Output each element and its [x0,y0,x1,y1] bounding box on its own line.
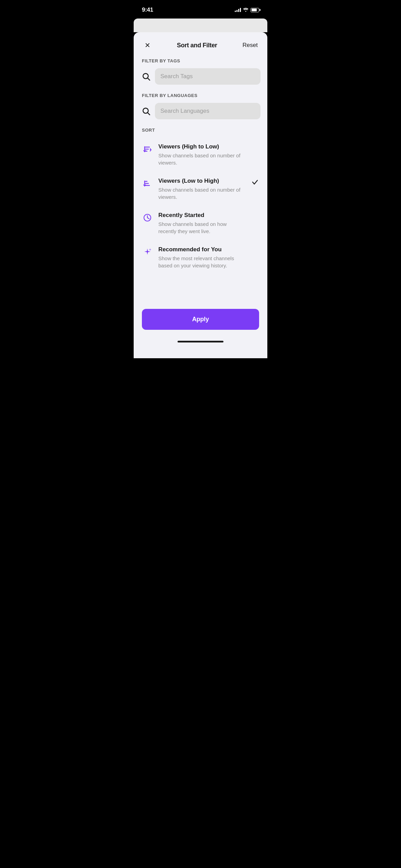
apply-button-container: Apply [134,302,267,338]
sort-asc-icon [142,178,153,189]
reset-button[interactable]: Reset [241,40,259,50]
sort-viewers-high-low-check [251,144,259,152]
signal-bars-icon [235,8,241,12]
home-indicator-bar [178,341,223,342]
modal-header: ✕ Sort and Filter Reset [134,32,267,57]
svg-point-0 [245,11,246,12]
sort-desc-icon [142,144,153,155]
languages-search-row [134,103,267,119]
sort-section-label: SORT [134,128,267,133]
svg-line-2 [148,78,150,80]
filter-by-languages-label: FILTER BY LANGUAGES [134,93,267,98]
sort-recently-started-check [251,212,259,220]
tags-search-icon [141,71,151,82]
status-icons [235,7,259,13]
sort-recommended-desc: Show the most relevant channels based on… [158,255,245,269]
sort-viewers-high-low-title: Viewers (High to Low) [158,143,245,150]
svg-line-16 [147,218,149,219]
tags-search-row [134,68,267,85]
battery-icon [251,8,259,12]
sort-viewers-low-high-check [251,178,259,186]
filter-by-languages-section: FILTER BY LANGUAGES [134,93,267,119]
languages-search-icon [141,106,151,117]
close-icon: ✕ [145,41,150,49]
filter-by-tags-label: FILTER BY TAGS [134,58,267,63]
modal-title: Sort and Filter [177,42,217,49]
sort-item-recently-started[interactable]: Recently Started Show channels based on … [134,206,267,240]
sort-viewers-low-high-desc: Show channels based on number of viewers… [158,186,245,201]
wifi-icon [243,7,248,13]
sort-recommended-title: Recommended for You [158,246,245,253]
sort-recommended-check [251,246,259,255]
tags-search-input[interactable] [155,68,260,85]
sort-viewers-low-high-title: Viewers (Low to High) [158,177,245,185]
close-button[interactable]: ✕ [142,40,153,51]
filter-by-tags-section: FILTER BY TAGS [134,58,267,85]
sort-section: SORT Viewers (High to Low) [134,128,267,275]
home-indicator [134,338,267,345]
sort-item-viewers-low-high[interactable]: Viewers (Low to High) Show channels base… [134,172,267,206]
sort-item-viewers-high-low[interactable]: Viewers (High to Low) Show channels base… [134,137,267,172]
sort-item-recommended[interactable]: Recommended for You Show the most releva… [134,240,267,275]
languages-search-input[interactable] [155,103,260,119]
status-bar: 9:41 [134,0,267,17]
sort-recently-started-title: Recently Started [158,212,245,219]
status-time: 9:41 [142,7,153,13]
phone-container: 9:41 ✕ [134,0,267,358]
reset-label: Reset [243,42,258,48]
background-sheet [134,19,267,32]
modal-sheet: ✕ Sort and Filter Reset FILTER BY TAGS [134,32,267,358]
svg-line-4 [148,113,150,115]
spacer [134,275,267,302]
sort-viewers-high-low-desc: Show channels based on number of viewers… [158,152,245,166]
clock-icon [142,212,153,223]
sort-recently-started-desc: Show channels based on how recently they… [158,220,245,235]
apply-button[interactable]: Apply [142,309,259,330]
sparkle-icon [142,246,153,257]
